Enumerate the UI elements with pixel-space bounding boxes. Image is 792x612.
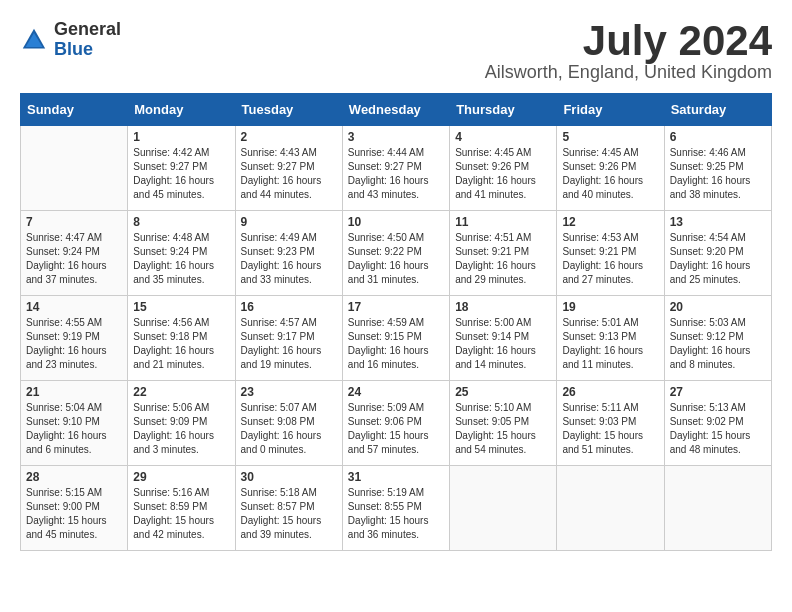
day-header-saturday: Saturday xyxy=(664,94,771,126)
location-title: Ailsworth, England, United Kingdom xyxy=(485,62,772,83)
week-row-4: 21Sunrise: 5:04 AM Sunset: 9:10 PM Dayli… xyxy=(21,381,772,466)
cell-info: Sunrise: 5:10 AM Sunset: 9:05 PM Dayligh… xyxy=(455,401,551,457)
calendar-cell: 6Sunrise: 4:46 AM Sunset: 9:25 PM Daylig… xyxy=(664,126,771,211)
logo-text: General Blue xyxy=(54,20,121,60)
cell-info: Sunrise: 4:57 AM Sunset: 9:17 PM Dayligh… xyxy=(241,316,337,372)
cell-info: Sunrise: 5:11 AM Sunset: 9:03 PM Dayligh… xyxy=(562,401,658,457)
cell-info: Sunrise: 5:06 AM Sunset: 9:09 PM Dayligh… xyxy=(133,401,229,457)
day-number: 4 xyxy=(455,130,551,144)
logo-general: General xyxy=(54,20,121,40)
calendar-cell: 13Sunrise: 4:54 AM Sunset: 9:20 PM Dayli… xyxy=(664,211,771,296)
calendar-cell xyxy=(21,126,128,211)
calendar-cell: 14Sunrise: 4:55 AM Sunset: 9:19 PM Dayli… xyxy=(21,296,128,381)
day-headers-row: SundayMondayTuesdayWednesdayThursdayFrid… xyxy=(21,94,772,126)
cell-info: Sunrise: 4:53 AM Sunset: 9:21 PM Dayligh… xyxy=(562,231,658,287)
day-number: 31 xyxy=(348,470,444,484)
day-number: 8 xyxy=(133,215,229,229)
month-year-title: July 2024 xyxy=(485,20,772,62)
calendar-cell: 21Sunrise: 5:04 AM Sunset: 9:10 PM Dayli… xyxy=(21,381,128,466)
calendar-cell: 28Sunrise: 5:15 AM Sunset: 9:00 PM Dayli… xyxy=(21,466,128,551)
cell-info: Sunrise: 4:43 AM Sunset: 9:27 PM Dayligh… xyxy=(241,146,337,202)
day-number: 11 xyxy=(455,215,551,229)
calendar-cell: 4Sunrise: 4:45 AM Sunset: 9:26 PM Daylig… xyxy=(450,126,557,211)
calendar-cell: 10Sunrise: 4:50 AM Sunset: 9:22 PM Dayli… xyxy=(342,211,449,296)
cell-info: Sunrise: 4:46 AM Sunset: 9:25 PM Dayligh… xyxy=(670,146,766,202)
day-number: 26 xyxy=(562,385,658,399)
day-number: 24 xyxy=(348,385,444,399)
cell-info: Sunrise: 4:47 AM Sunset: 9:24 PM Dayligh… xyxy=(26,231,122,287)
cell-info: Sunrise: 5:00 AM Sunset: 9:14 PM Dayligh… xyxy=(455,316,551,372)
calendar-cell: 11Sunrise: 4:51 AM Sunset: 9:21 PM Dayli… xyxy=(450,211,557,296)
day-header-thursday: Thursday xyxy=(450,94,557,126)
day-number: 28 xyxy=(26,470,122,484)
day-number: 5 xyxy=(562,130,658,144)
logo: General Blue xyxy=(20,20,121,60)
calendar-cell: 20Sunrise: 5:03 AM Sunset: 9:12 PM Dayli… xyxy=(664,296,771,381)
day-header-monday: Monday xyxy=(128,94,235,126)
cell-info: Sunrise: 5:15 AM Sunset: 9:00 PM Dayligh… xyxy=(26,486,122,542)
cell-info: Sunrise: 4:44 AM Sunset: 9:27 PM Dayligh… xyxy=(348,146,444,202)
day-number: 2 xyxy=(241,130,337,144)
cell-info: Sunrise: 4:48 AM Sunset: 9:24 PM Dayligh… xyxy=(133,231,229,287)
calendar-cell: 24Sunrise: 5:09 AM Sunset: 9:06 PM Dayli… xyxy=(342,381,449,466)
day-header-sunday: Sunday xyxy=(21,94,128,126)
week-row-1: 1Sunrise: 4:42 AM Sunset: 9:27 PM Daylig… xyxy=(21,126,772,211)
day-number: 21 xyxy=(26,385,122,399)
cell-info: Sunrise: 4:59 AM Sunset: 9:15 PM Dayligh… xyxy=(348,316,444,372)
calendar-cell: 8Sunrise: 4:48 AM Sunset: 9:24 PM Daylig… xyxy=(128,211,235,296)
calendar-cell: 19Sunrise: 5:01 AM Sunset: 9:13 PM Dayli… xyxy=(557,296,664,381)
calendar-cell: 30Sunrise: 5:18 AM Sunset: 8:57 PM Dayli… xyxy=(235,466,342,551)
calendar-cell: 15Sunrise: 4:56 AM Sunset: 9:18 PM Dayli… xyxy=(128,296,235,381)
day-number: 9 xyxy=(241,215,337,229)
cell-info: Sunrise: 4:55 AM Sunset: 9:19 PM Dayligh… xyxy=(26,316,122,372)
day-number: 10 xyxy=(348,215,444,229)
cell-info: Sunrise: 4:45 AM Sunset: 9:26 PM Dayligh… xyxy=(562,146,658,202)
day-number: 29 xyxy=(133,470,229,484)
calendar-cell: 31Sunrise: 5:19 AM Sunset: 8:55 PM Dayli… xyxy=(342,466,449,551)
cell-info: Sunrise: 5:04 AM Sunset: 9:10 PM Dayligh… xyxy=(26,401,122,457)
logo-blue: Blue xyxy=(54,40,121,60)
day-number: 12 xyxy=(562,215,658,229)
cell-info: Sunrise: 4:51 AM Sunset: 9:21 PM Dayligh… xyxy=(455,231,551,287)
day-number: 27 xyxy=(670,385,766,399)
cell-info: Sunrise: 5:16 AM Sunset: 8:59 PM Dayligh… xyxy=(133,486,229,542)
day-number: 14 xyxy=(26,300,122,314)
calendar-cell: 12Sunrise: 4:53 AM Sunset: 9:21 PM Dayli… xyxy=(557,211,664,296)
day-number: 6 xyxy=(670,130,766,144)
calendar-cell: 16Sunrise: 4:57 AM Sunset: 9:17 PM Dayli… xyxy=(235,296,342,381)
cell-info: Sunrise: 4:54 AM Sunset: 9:20 PM Dayligh… xyxy=(670,231,766,287)
logo-icon xyxy=(20,26,48,54)
calendar-cell: 3Sunrise: 4:44 AM Sunset: 9:27 PM Daylig… xyxy=(342,126,449,211)
calendar-table: SundayMondayTuesdayWednesdayThursdayFrid… xyxy=(20,93,772,551)
day-number: 13 xyxy=(670,215,766,229)
cell-info: Sunrise: 4:49 AM Sunset: 9:23 PM Dayligh… xyxy=(241,231,337,287)
day-header-friday: Friday xyxy=(557,94,664,126)
cell-info: Sunrise: 5:19 AM Sunset: 8:55 PM Dayligh… xyxy=(348,486,444,542)
calendar-cell: 22Sunrise: 5:06 AM Sunset: 9:09 PM Dayli… xyxy=(128,381,235,466)
day-number: 19 xyxy=(562,300,658,314)
calendar-cell: 5Sunrise: 4:45 AM Sunset: 9:26 PM Daylig… xyxy=(557,126,664,211)
calendar-cell: 23Sunrise: 5:07 AM Sunset: 9:08 PM Dayli… xyxy=(235,381,342,466)
day-number: 1 xyxy=(133,130,229,144)
week-row-3: 14Sunrise: 4:55 AM Sunset: 9:19 PM Dayli… xyxy=(21,296,772,381)
day-number: 20 xyxy=(670,300,766,314)
calendar-cell: 18Sunrise: 5:00 AM Sunset: 9:14 PM Dayli… xyxy=(450,296,557,381)
calendar-cell: 2Sunrise: 4:43 AM Sunset: 9:27 PM Daylig… xyxy=(235,126,342,211)
day-header-tuesday: Tuesday xyxy=(235,94,342,126)
calendar-cell: 17Sunrise: 4:59 AM Sunset: 9:15 PM Dayli… xyxy=(342,296,449,381)
cell-info: Sunrise: 5:18 AM Sunset: 8:57 PM Dayligh… xyxy=(241,486,337,542)
day-number: 25 xyxy=(455,385,551,399)
cell-info: Sunrise: 5:09 AM Sunset: 9:06 PM Dayligh… xyxy=(348,401,444,457)
cell-info: Sunrise: 4:42 AM Sunset: 9:27 PM Dayligh… xyxy=(133,146,229,202)
cell-info: Sunrise: 4:45 AM Sunset: 9:26 PM Dayligh… xyxy=(455,146,551,202)
header: General Blue July 2024 Ailsworth, Englan… xyxy=(20,20,772,83)
calendar-cell xyxy=(557,466,664,551)
day-number: 3 xyxy=(348,130,444,144)
calendar-cell xyxy=(664,466,771,551)
calendar-cell xyxy=(450,466,557,551)
week-row-5: 28Sunrise: 5:15 AM Sunset: 9:00 PM Dayli… xyxy=(21,466,772,551)
day-number: 18 xyxy=(455,300,551,314)
cell-info: Sunrise: 5:13 AM Sunset: 9:02 PM Dayligh… xyxy=(670,401,766,457)
day-number: 30 xyxy=(241,470,337,484)
day-header-wednesday: Wednesday xyxy=(342,94,449,126)
